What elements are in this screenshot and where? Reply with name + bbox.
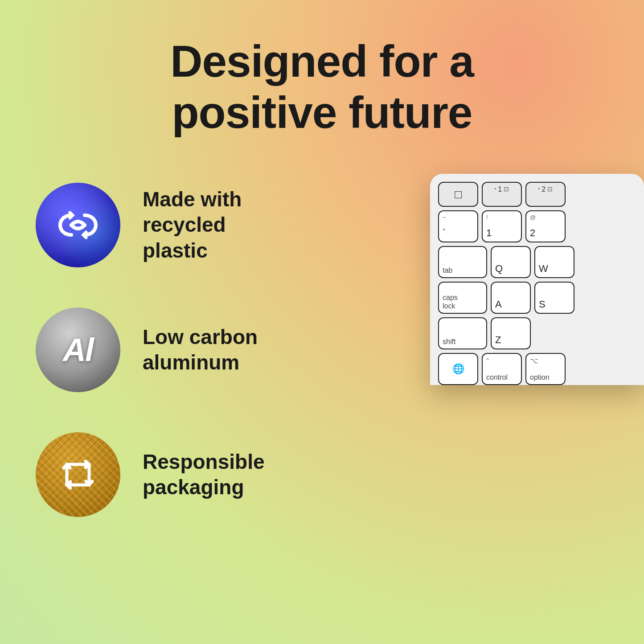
key-a-label: A bbox=[495, 299, 502, 310]
keyboard: □ • 1 ⊡ • 2 ⊡ bbox=[430, 174, 644, 385]
number-row: ~ ` ! 1 @ 2 bbox=[438, 210, 636, 242]
key-q-label: Q bbox=[495, 263, 503, 275]
key-z-label: Z bbox=[495, 334, 501, 346]
keyboard-area: □ • 1 ⊡ • 2 ⊡ bbox=[276, 165, 644, 385]
aluminum-icon: Al bbox=[36, 308, 120, 392]
key-caps-lock-label: caps lock bbox=[443, 293, 458, 310]
fullscreen-icon: □ bbox=[455, 188, 462, 201]
content-area: Made with recycled plastic Al Low carbon… bbox=[0, 165, 644, 644]
key-option[interactable]: ⌥ option bbox=[525, 353, 566, 385]
key-2-label: 2 bbox=[530, 227, 535, 239]
aluminum-text: Low carbon aluminum bbox=[143, 324, 258, 376]
key-desktop1-icon: ⊡ bbox=[504, 185, 509, 193]
key-control[interactable]: ^ control bbox=[482, 353, 522, 385]
key-z[interactable]: Z bbox=[491, 317, 531, 349]
headline-text: Designed for a positive future bbox=[0, 36, 644, 138]
packaging-icon bbox=[36, 432, 120, 517]
key-s[interactable]: S bbox=[534, 282, 574, 314]
key-tilde-top: ~ bbox=[443, 214, 446, 221]
key-desktop1[interactable]: • 1 ⊡ bbox=[482, 182, 522, 207]
key-control-top: ^ bbox=[486, 357, 489, 363]
key-shift[interactable]: shift bbox=[438, 317, 487, 349]
key-globe[interactable]: 🌐 bbox=[438, 353, 478, 385]
key-desktop1-label: 1 bbox=[498, 185, 502, 193]
features-list: Made with recycled plastic Al Low carbon… bbox=[36, 165, 258, 517]
key-desktop2[interactable]: • 2 ⊡ bbox=[525, 182, 566, 207]
key-2[interactable]: @ 2 bbox=[525, 210, 566, 242]
feature-aluminum: Al Low carbon aluminum bbox=[36, 308, 258, 392]
key-w-label: W bbox=[539, 263, 548, 275]
key-caps-lock[interactable]: caps lock bbox=[438, 282, 487, 314]
feature-packaging: Responsible packaging bbox=[36, 432, 258, 517]
packaging-text: Responsible packaging bbox=[143, 449, 265, 500]
key-exclaim-top: ! bbox=[486, 214, 488, 221]
aluminum-symbol: Al bbox=[63, 332, 93, 368]
recycled-symbol-svg bbox=[56, 203, 100, 247]
key-at-top: @ bbox=[530, 214, 536, 221]
key-1[interactable]: ! 1 bbox=[482, 210, 522, 242]
key-q[interactable]: Q bbox=[491, 246, 531, 278]
key-option-top: ⌥ bbox=[530, 357, 538, 365]
key-desktop2-icon: ⊡ bbox=[547, 185, 553, 193]
shift-row: shift Z bbox=[438, 317, 636, 349]
dot1: • bbox=[495, 186, 496, 191]
key-tilde[interactable]: ~ ` bbox=[438, 210, 478, 242]
key-w[interactable]: W bbox=[534, 246, 574, 278]
feature-recycled-plastic: Made with recycled plastic bbox=[36, 183, 258, 267]
headline-section: Designed for a positive future bbox=[0, 0, 644, 165]
recycled-plastic-text: Made with recycled plastic bbox=[143, 187, 258, 264]
key-s-label: S bbox=[539, 299, 546, 310]
keyboard-keys: □ • 1 ⊡ • 2 ⊡ bbox=[438, 182, 636, 385]
key-tab-label: tab bbox=[443, 266, 452, 275]
tab-row: tab Q W bbox=[438, 246, 636, 278]
key-desktop2-label: 2 bbox=[541, 185, 546, 193]
app-container: Designed for a positive future bbox=[0, 0, 644, 644]
recycled-plastic-icon bbox=[36, 183, 120, 267]
dot2: • bbox=[538, 186, 540, 191]
key-backtick-label: ` bbox=[443, 227, 446, 239]
key-1-label: 1 bbox=[486, 227, 492, 239]
key-fullscreen[interactable]: □ bbox=[438, 182, 478, 207]
globe-icon: 🌐 bbox=[452, 363, 464, 375]
key-shift-label: shift bbox=[443, 337, 455, 346]
key-a[interactable]: A bbox=[491, 282, 531, 314]
key-option-label: option bbox=[530, 373, 550, 381]
caps-row: caps lock A S bbox=[438, 282, 636, 314]
key-control-label: control bbox=[486, 373, 508, 381]
packaging-symbol-svg bbox=[58, 455, 98, 495]
key-tab[interactable]: tab bbox=[438, 246, 487, 278]
bottom-row: 🌐 ^ control ⌥ option bbox=[438, 353, 636, 385]
fn-row: □ • 1 ⊡ • 2 ⊡ bbox=[438, 182, 636, 207]
